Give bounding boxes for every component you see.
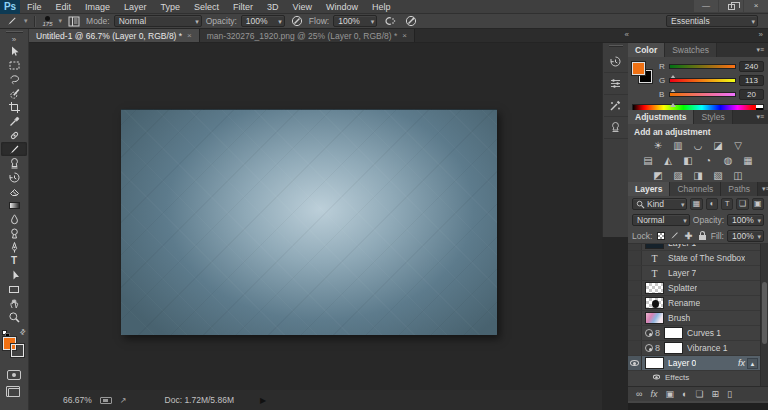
tab-adjustments[interactable]: Adjustments	[628, 110, 694, 124]
screen-mode-icon[interactable]	[8, 388, 20, 397]
red-slider-thumb[interactable]	[670, 65, 676, 79]
close-icon[interactable]: ×	[187, 31, 192, 40]
layer-thumbnail[interactable]	[645, 312, 664, 324]
new-layer-icon[interactable]: ⊞	[711, 388, 719, 401]
channel-mixer-icon[interactable]: ◍	[720, 154, 736, 167]
visibility-toggle[interactable]	[628, 311, 642, 325]
scrollbar-thumb[interactable]	[762, 282, 767, 344]
layer-row-vibrance-1[interactable]: 8 Vibrance 1	[628, 341, 768, 356]
color-lookup-icon[interactable]: ▦	[740, 154, 756, 167]
gradient-map-icon[interactable]: ▧	[710, 169, 726, 182]
layer-thumbnail[interactable]	[645, 282, 664, 294]
green-value[interactable]: 113	[739, 75, 764, 86]
menu-type[interactable]: Type	[154, 0, 188, 14]
green-slider-thumb[interactable]	[670, 79, 676, 93]
pressure-opacity-icon[interactable]	[289, 15, 305, 28]
lock-position-icon[interactable]: ✚	[683, 230, 694, 241]
toolbar-columns-toggle-icon[interactable]: »	[1, 35, 27, 44]
filter-pixel-layers-icon[interactable]: ▦	[690, 198, 702, 210]
visibility-toggle[interactable]	[628, 341, 642, 355]
pressure-size-icon[interactable]	[403, 15, 419, 28]
filter-group-layers-icon[interactable]: ❏	[736, 198, 748, 210]
type-tool[interactable]: T	[1, 254, 27, 268]
pen-tool[interactable]	[1, 240, 27, 254]
layers-scrollbar[interactable]	[760, 244, 768, 386]
quick-mask-icon[interactable]	[7, 370, 21, 380]
tab-layers[interactable]: Layers	[628, 182, 670, 196]
layer-row-curves-1[interactable]: 8 Curves 1	[628, 326, 768, 341]
layer-row-text[interactable]: T State of The Sndbox	[628, 251, 768, 266]
add-layer-mask-icon[interactable]: ▣	[665, 388, 674, 401]
dodge-tool[interactable]	[1, 226, 27, 240]
toggle-brush-panel-icon[interactable]	[66, 15, 82, 28]
layer-thumbnail[interactable]	[645, 297, 664, 309]
layer-thumbnail[interactable]	[645, 243, 664, 249]
export-arrow-icon[interactable]: ↗	[120, 396, 127, 405]
eye-icon[interactable]	[653, 375, 660, 380]
layer-opacity-select[interactable]: 100%	[727, 214, 764, 226]
link-layers-icon[interactable]: ∞	[636, 388, 642, 401]
brightness-contrast-icon[interactable]: ☀	[650, 139, 666, 152]
restore-button[interactable]	[719, 0, 743, 12]
visibility-toggle[interactable]	[628, 281, 642, 295]
lock-pixels-icon[interactable]	[669, 230, 680, 241]
effects-header-row[interactable]: Effects	[628, 371, 768, 383]
green-slider[interactable]	[669, 78, 736, 83]
layer-mask-thumbnail[interactable]	[664, 327, 683, 339]
brush-tool-icon[interactable]	[4, 15, 20, 28]
menu-window[interactable]: Window	[319, 0, 365, 14]
properties-icon[interactable]	[604, 73, 628, 95]
visibility-toggle[interactable]	[628, 266, 642, 280]
close-icon[interactable]: ×	[402, 31, 407, 40]
blue-value[interactable]: 20	[739, 89, 764, 100]
blue-slider-thumb[interactable]	[670, 93, 676, 107]
visibility-toggle[interactable]	[628, 251, 642, 265]
red-slider[interactable]	[669, 64, 736, 69]
menu-layer[interactable]: Layer	[117, 0, 154, 14]
layer-row-splatter[interactable]: Splatter	[628, 281, 768, 296]
tab-paths[interactable]: Paths	[721, 182, 758, 196]
tab-swatches[interactable]: Swatches	[665, 43, 717, 57]
status-menu-arrow-icon[interactable]: ▶	[260, 396, 266, 405]
selective-color-icon[interactable]: ◫	[730, 169, 746, 182]
tab-man-320276[interactable]: man-320276_1920.png @ 25% (Layer 0, RGB/…	[200, 29, 415, 42]
posterize-icon[interactable]: ▨	[670, 169, 686, 182]
menu-filter[interactable]: Filter	[226, 0, 260, 14]
black-white-icon[interactable]: ◧	[680, 154, 696, 167]
tab-styles[interactable]: Styles	[694, 110, 732, 124]
layer-style-icon[interactable]: fx	[650, 388, 657, 401]
filter-adjustment-layers-icon[interactable]: ◐	[706, 198, 718, 210]
tab-untitled-1[interactable]: Untitled-1 @ 66.7% (Layer 0, RGB/8) * ×	[29, 29, 200, 42]
background-color-swatch[interactable]	[11, 344, 24, 357]
menu-3d[interactable]: 3D	[260, 0, 286, 14]
visibility-toggle[interactable]	[628, 326, 642, 340]
toolbar-grip[interactable]	[6, 31, 23, 33]
effect-row-gradient-overlay[interactable]: Gradient Overlay	[628, 383, 768, 386]
history-icon[interactable]	[604, 51, 628, 73]
brush-picker-arrow-icon[interactable]: ▾	[59, 17, 63, 25]
panel-menu-icon[interactable]: ▾≡	[752, 43, 768, 57]
airbrush-icon[interactable]	[381, 15, 399, 28]
blue-slider[interactable]	[669, 92, 736, 97]
layer-row-brush[interactable]: Brush	[628, 311, 768, 326]
lock-transparency-icon[interactable]	[655, 230, 666, 241]
menu-image[interactable]: Image	[78, 0, 117, 14]
layer-row-rename[interactable]: Rename	[628, 296, 768, 311]
layer-thumbnail[interactable]	[645, 357, 664, 369]
menu-file[interactable]: File	[20, 0, 49, 14]
color-balance-icon[interactable]: ◭	[660, 154, 676, 167]
crop-tool[interactable]	[1, 100, 27, 114]
filter-type-layers-icon[interactable]: T	[721, 198, 733, 210]
swap-colors-icon[interactable]: ⇄	[18, 327, 28, 337]
menu-select[interactable]: Select	[187, 0, 226, 14]
blend-mode-select[interactable]: Normal	[114, 15, 202, 27]
tab-channels[interactable]: Channels	[670, 182, 721, 196]
clone-source-icon[interactable]	[604, 117, 628, 139]
visibility-toggle[interactable]	[628, 243, 642, 250]
hand-tool[interactable]	[1, 296, 27, 310]
tool-preset-arrow-icon[interactable]: ▾	[24, 17, 28, 25]
dock-grip[interactable]	[609, 45, 623, 47]
new-group-icon[interactable]: ❏	[695, 388, 703, 401]
lock-all-icon[interactable]	[697, 230, 708, 241]
layer-row-text[interactable]: T Layer 7	[628, 266, 768, 281]
